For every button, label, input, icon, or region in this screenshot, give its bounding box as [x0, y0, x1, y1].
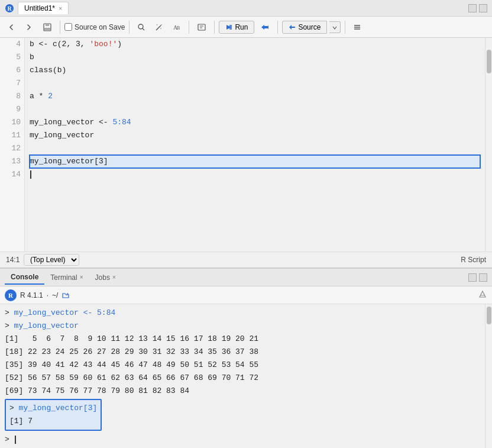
hamburger-icon [353, 24, 361, 31]
line-num-4: 4 [0, 38, 21, 51]
rerun-icon [260, 23, 270, 31]
source-on-save-label[interactable]: Source on Save [64, 23, 125, 31]
code-line-12 [30, 142, 480, 155]
svg-text:B: B [177, 25, 180, 31]
source-dropdown-button[interactable] [329, 21, 341, 33]
folder-link-icon [62, 291, 70, 299]
rerun-button[interactable] [257, 21, 273, 33]
separator3 [189, 21, 189, 34]
run-label: Run [235, 23, 248, 31]
editor-toolbar: Source on Save A B [0, 17, 492, 38]
source-run-icon [289, 24, 296, 31]
editor-status-bar: 14:1 (Top Level) R Script [0, 252, 492, 268]
save-button[interactable] [39, 21, 56, 34]
magic-wand-icon [155, 23, 163, 31]
svg-line-7 [156, 25, 161, 30]
console-output-4: [52] 56 57 58 59 60 61 62 63 64 65 66 67… [5, 372, 480, 385]
svg-line-8 [157, 24, 157, 25]
code-line-10: my_long_vector <- 5:84 [30, 116, 480, 129]
line-num-14: 14 [0, 168, 21, 181]
r-logo: R [5, 289, 17, 301]
code-line-14 [30, 168, 480, 181]
working-dir: ~/ [52, 291, 58, 299]
terminal-tab-label: Terminal [50, 273, 77, 282]
console-output-5: [69] 73 74 75 76 77 78 79 80 81 82 83 84 [5, 385, 480, 398]
forward-button[interactable] [21, 21, 37, 33]
back-button[interactable] [4, 21, 19, 33]
jobs-tab[interactable]: Jobs × [89, 271, 122, 284]
console-output[interactable]: > my_long_vector <- 5:84 > my_long_vecto… [0, 304, 485, 448]
search-icon [137, 23, 145, 31]
separator5 [277, 21, 278, 34]
chevron-down-icon [332, 26, 337, 30]
console-body: > my_long_vector <- 5:84 > my_long_vecto… [0, 304, 492, 448]
console-minimize-btn[interactable] [468, 273, 477, 282]
code-line-11: my_long_vector [30, 129, 480, 142]
back-icon [7, 23, 15, 31]
editor-content[interactable]: 4 5 6 7 8 9 10 11 12 13 14 b <- c(2, 3, … [0, 38, 492, 252]
console-window-controls [468, 273, 487, 282]
console-line-cmd2: > my_long_vector [5, 320, 480, 333]
console-highlighted-section: > my_long_vector[3] [1] 7 [5, 399, 480, 431]
line-num-7: 7 [0, 77, 21, 90]
script-type: R Script [461, 256, 486, 264]
magic-wand-button[interactable] [151, 21, 167, 33]
svg-point-5 [138, 24, 143, 29]
bottom-section: Console Terminal × Jobs × R R 4.1.1 · ~/ [0, 269, 492, 448]
jobs-tab-label: Jobs [95, 273, 110, 282]
maximize-button[interactable] [479, 4, 487, 12]
console-title-bar: Console Terminal × Jobs × [0, 269, 492, 286]
line-num-13: 13 [0, 155, 21, 168]
line-num-12: 12 [0, 142, 21, 155]
code-area[interactable]: b <- c(2, 3, 'boo!') b class(b) a * 2 my… [25, 38, 485, 252]
spell-check-button[interactable]: A B [169, 21, 184, 33]
source-on-save-text: Source on Save [75, 23, 125, 31]
svg-rect-4 [44, 28, 50, 30]
console-tab[interactable]: Console [5, 270, 44, 285]
code-line-8: a * 2 [30, 90, 480, 103]
editor-main: 4 5 6 7 8 9 10 11 12 13 14 b <- c(2, 3, … [0, 38, 492, 269]
source-button[interactable]: Source [282, 21, 327, 34]
console-maximize-btn[interactable] [479, 273, 487, 282]
code-line-13[interactable]: my_long_vector[3] [30, 155, 480, 168]
hamburger-button[interactable] [349, 22, 365, 33]
editor-scrollbar-thumb[interactable] [487, 50, 491, 73]
svg-rect-3 [46, 24, 49, 26]
line-num-8: 8 [0, 90, 21, 103]
svg-line-6 [143, 28, 144, 30]
source-on-save-checkbox[interactable] [64, 23, 72, 31]
compile-button[interactable] [193, 21, 210, 34]
svg-rect-12 [198, 24, 205, 30]
console-scrollbar-thumb[interactable] [487, 307, 491, 324]
svg-text:R: R [7, 5, 12, 12]
editor-scrollbar[interactable] [485, 38, 492, 252]
code-line-9 [30, 103, 480, 116]
console-output-3: [35] 39 40 41 42 43 44 45 46 47 48 49 50… [5, 359, 480, 372]
terminal-tab[interactable]: Terminal × [44, 271, 89, 284]
tab-close-icon[interactable]: × [59, 5, 62, 12]
jobs-close-icon[interactable]: × [112, 274, 116, 281]
source-label: Source [298, 23, 321, 31]
terminal-close-icon[interactable]: × [80, 274, 83, 281]
console-scrollbar[interactable] [485, 304, 492, 448]
app-icon: R [5, 4, 14, 13]
console-highlight-result: [1] 7 [9, 415, 97, 428]
editor-tab[interactable]: Untitled1* × [18, 2, 69, 14]
code-line-7 [30, 77, 480, 90]
line-num-11: 11 [0, 129, 21, 142]
scope-dropdown[interactable]: (Top Level) [24, 254, 79, 266]
minimize-button[interactable] [468, 4, 477, 12]
line-numbers: 4 5 6 7 8 9 10 11 12 13 14 [0, 38, 25, 252]
clear-console-btn[interactable] [478, 289, 487, 301]
title-bar: R Untitled1* × [0, 0, 492, 17]
forward-icon [25, 23, 33, 31]
line-num-5: 5 [0, 51, 21, 64]
separator6 [345, 21, 345, 34]
code-line-5: b [30, 51, 480, 64]
run-button[interactable]: Run [219, 21, 254, 34]
separator4 [214, 21, 215, 34]
compile-icon [197, 22, 206, 32]
clear-icon [478, 289, 487, 299]
code-line-4: b <- c(2, 3, 'boo!') [30, 38, 480, 51]
search-button[interactable] [134, 21, 149, 33]
